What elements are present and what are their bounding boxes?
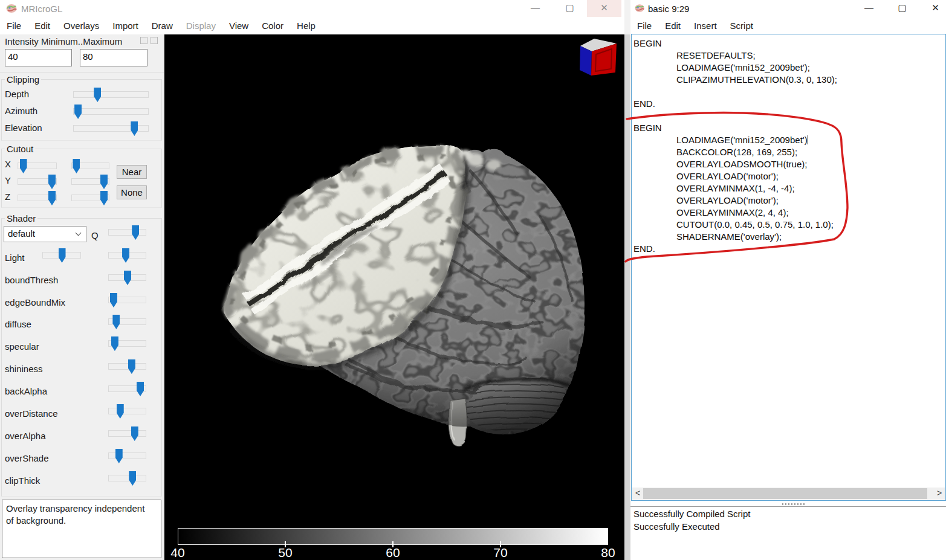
script-menu-file[interactable]: File [630, 21, 658, 31]
script-line[interactable] [633, 110, 944, 122]
script-editor[interactable]: BEGINRESETDEFAULTS;LOADIMAGE('mni152_200… [631, 34, 946, 501]
overshade-slider[interactable] [108, 452, 146, 459]
window-gap-strip [624, 0, 630, 560]
status-panel: Successfully Compiled Script Succesfully… [630, 506, 946, 560]
overalpha-slider[interactable] [108, 430, 146, 437]
script-menu-edit[interactable]: Edit [658, 21, 687, 31]
script-close-button[interactable]: ✕ [918, 0, 946, 17]
intensity-max-input[interactable]: 80 [80, 49, 147, 66]
script-minimize-button[interactable]: — [852, 0, 886, 17]
q-slider[interactable] [108, 229, 146, 236]
diffuse-slider[interactable] [108, 318, 146, 325]
minimize-button[interactable]: — [518, 0, 552, 17]
script-line[interactable]: END. [633, 98, 944, 110]
menu-draw[interactable]: Draw [145, 21, 180, 31]
elevation-slider[interactable] [73, 125, 149, 132]
script-line[interactable]: BEGIN [633, 37, 944, 50]
script-line[interactable]: RESETDEFAULTS; [633, 50, 944, 62]
script-line[interactable]: LOADIMAGE('mni152_2009bet') [633, 134, 944, 146]
script-line[interactable]: SHADERNAME('overlay'); [633, 231, 944, 243]
cutout-x-slider-1[interactable] [18, 163, 57, 169]
q-label: Q [91, 230, 99, 240]
cutout-group-label: Cutout [5, 144, 35, 154]
render-viewport[interactable]: 40 50 60 70 80 [164, 34, 624, 560]
script-menu-insert[interactable]: Insert [687, 21, 724, 31]
intensity-checkbox-2[interactable] [151, 37, 158, 44]
intensity-checkbox-1[interactable] [140, 37, 147, 44]
menu-view[interactable]: View [222, 21, 255, 31]
colorbar-label-80: 80 [601, 546, 615, 560]
colorbar-label-40: 40 [170, 546, 184, 560]
menu-edit[interactable]: Edit [28, 21, 57, 31]
maximize-button[interactable]: ▢ [552, 0, 587, 17]
azimuth-slider[interactable] [73, 108, 149, 115]
script-line[interactable]: OVERLAYMINMAX(1, -4, -4); [633, 182, 944, 195]
cutout-y-slider-1[interactable] [18, 178, 57, 185]
text-caret [808, 135, 808, 144]
menu-help[interactable]: Help [290, 21, 322, 31]
depth-label: Depth [5, 89, 29, 99]
overalpha-label: overAlpha [5, 431, 46, 441]
shader-preset-value: default [8, 228, 35, 239]
cutout-z-slider-1[interactable] [18, 195, 57, 201]
cutout-x-slider-2[interactable] [71, 163, 109, 169]
menu-display[interactable]: Display [180, 21, 222, 31]
script-line[interactable]: OVERLAYLOADSMOOTH(true); [633, 158, 944, 170]
control-panel: Intensity Minimum..Maximum 40 80 Clippin… [0, 34, 164, 560]
menu-overlays[interactable]: Overlays [57, 21, 106, 31]
script-menubar: File Edit Insert Script [630, 17, 946, 34]
status-line-2: Succesfully Executed [633, 521, 720, 532]
splitter[interactable] [630, 501, 946, 506]
script-maximize-button[interactable]: ▢ [885, 0, 919, 17]
colorbar-label-50: 50 [278, 546, 292, 560]
script-menu-script[interactable]: Script [724, 21, 760, 31]
light-slider-left[interactable] [42, 252, 81, 259]
shininess-slider[interactable] [108, 363, 146, 370]
script-line[interactable]: OVERLAYMINMAX(2, 4, 4); [633, 207, 944, 219]
script-line[interactable] [633, 86, 944, 98]
cutout-y-slider-2[interactable] [71, 178, 109, 185]
light-label: Light [5, 253, 25, 263]
brain-render [164, 34, 624, 526]
script-line[interactable]: BACKCOLOR(128, 169, 255); [633, 146, 944, 158]
mricrogl-titlebar[interactable]: MRIcroGL — ▢ ✕ [0, 0, 624, 17]
screen: MRIcroGL — ▢ ✕ File Edit Overlays Import… [0, 0, 946, 560]
diffuse-label: diffuse [5, 319, 31, 329]
scroll-right-arrow[interactable]: > [934, 488, 945, 500]
clipthick-label: clipThick [5, 475, 40, 486]
script-line[interactable]: BEGIN [633, 122, 944, 134]
intensity-min-input[interactable]: 40 [5, 49, 72, 66]
horizontal-scrollbar[interactable]: < > [632, 488, 945, 500]
light-slider-right[interactable] [108, 252, 146, 259]
menu-file[interactable]: File [0, 21, 28, 31]
specular-slider[interactable] [108, 340, 146, 347]
depth-slider[interactable] [73, 91, 149, 98]
script-line[interactable]: CLIPAZIMUTHELEVATION(0.3, 0, 130); [633, 74, 944, 86]
scrollbar-thumb[interactable] [643, 488, 927, 499]
script-line[interactable]: OVERLAYLOAD('motor'); [633, 170, 944, 182]
near-button[interactable]: Near [117, 165, 147, 179]
script-line[interactable]: LOADIMAGE('mni152_2009bet'); [633, 62, 944, 74]
script-line[interactable]: CUTOUT(0.0, 0.45, 0.5, 0.75, 1.0, 1.0); [633, 219, 944, 231]
none-button[interactable]: None [117, 185, 147, 199]
shader-group-label: Shader [5, 213, 37, 224]
menu-import[interactable]: Import [106, 21, 145, 31]
script-window-titlebar[interactable]: basic 9:29 — ▢ ✕ [630, 0, 946, 17]
mricrogl-menubar: File Edit Overlays Import Draw Display V… [0, 17, 624, 34]
script-line[interactable]: OVERLAYLOAD('motor'); [633, 195, 944, 207]
overdistance-slider[interactable] [108, 408, 146, 414]
script-line[interactable]: END. [633, 243, 944, 255]
scroll-left-arrow[interactable]: < [632, 488, 643, 500]
script-title-text: basic 9:29 [648, 4, 689, 14]
shader-preset-dropdown[interactable]: default [4, 226, 86, 242]
backalpha-slider[interactable] [108, 385, 146, 392]
cutout-z-slider-2[interactable] [71, 195, 109, 201]
clipthick-slider[interactable] [108, 475, 146, 481]
mricrogl-app-icon [6, 4, 18, 13]
close-button[interactable]: ✕ [587, 0, 621, 17]
mricrogl-window: MRIcroGL — ▢ ✕ File Edit Overlays Import… [0, 0, 624, 560]
boundthresh-slider[interactable] [108, 274, 146, 281]
edgeboundmix-slider[interactable] [108, 297, 146, 303]
menu-color[interactable]: Color [255, 21, 290, 31]
script-app-icon [635, 4, 645, 13]
